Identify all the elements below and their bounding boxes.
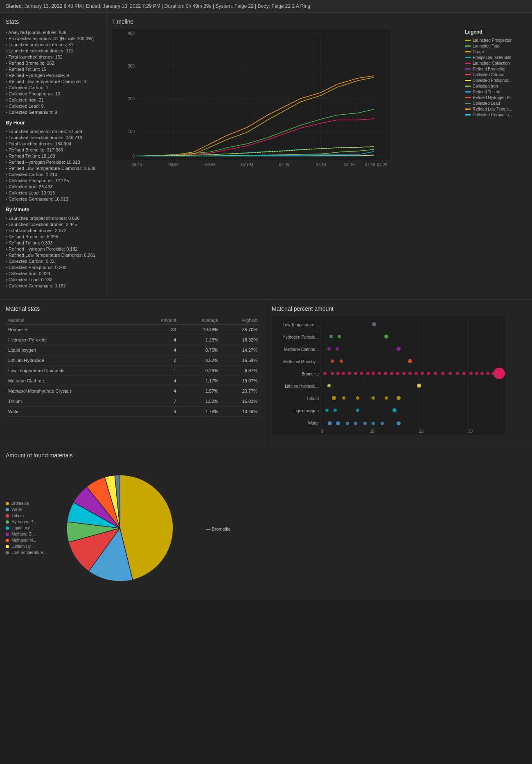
table-row: Low Temperature Diamonds 1 0.29% 8.87% bbox=[6, 366, 260, 376]
svg-text:Lithium Hydroxid...: Lithium Hydroxid... bbox=[285, 384, 319, 389]
svg-point-72 bbox=[402, 372, 406, 375]
svg-text:Water: Water bbox=[308, 421, 319, 425]
svg-point-69 bbox=[384, 372, 387, 375]
header-bar: Started: January 13, 2022 6:40 PM | Ende… bbox=[0, 0, 532, 13]
pie-section: Amount of found materials BromeliteWater… bbox=[0, 446, 532, 601]
legend-item: Refined Low Tempe... bbox=[465, 107, 526, 111]
cell-amount: 30 bbox=[139, 325, 178, 335]
svg-point-80 bbox=[456, 372, 459, 375]
svg-point-104 bbox=[363, 422, 367, 425]
stats-hour-item: Refined Tritium: 18.188 bbox=[6, 153, 100, 159]
svg-point-98 bbox=[356, 409, 359, 412]
svg-text:06:45: 06:45 bbox=[131, 163, 142, 167]
stats-hour-item: Launched prospector drones: 37.588 bbox=[6, 128, 100, 134]
cell-highest: 15.01% bbox=[221, 396, 260, 407]
legend-label: Collected Carbon bbox=[473, 72, 504, 77]
pie-label-text: Lithium Hy... bbox=[11, 544, 34, 549]
svg-point-56 bbox=[331, 359, 334, 363]
cell-amount: 1 bbox=[139, 366, 178, 376]
svg-point-92 bbox=[356, 396, 359, 400]
stats-hour-item: Refined Hydrogen Peroxide: 10.913 bbox=[6, 159, 100, 165]
stats-minute-item: Launched collection drones: 2.445 bbox=[6, 221, 100, 227]
cell-highest: 16.59% bbox=[221, 355, 260, 366]
stats-minute-item: Collected Phosphorus: 0.202 bbox=[6, 264, 100, 270]
svg-text:06:55: 06:55 bbox=[205, 163, 215, 167]
col-amount: Amount bbox=[139, 316, 178, 325]
material-percent-chart: Low Temperature ... Hydrogen Peroxid... … bbox=[272, 316, 526, 440]
svg-text:400: 400 bbox=[128, 31, 135, 36]
svg-text:Low Temperature ...: Low Temperature ... bbox=[283, 323, 319, 327]
svg-point-87 bbox=[494, 368, 505, 379]
legend-item: Prospected asteroids bbox=[465, 55, 526, 60]
timeline-chart: 400 300 200 100 0 06:45 06:50 06:55 07 P… bbox=[112, 29, 461, 170]
svg-point-66 bbox=[366, 372, 370, 375]
legend-color-swatch bbox=[465, 80, 471, 81]
cell-amount: 2 bbox=[139, 355, 178, 366]
svg-point-85 bbox=[486, 372, 489, 375]
stats-item: Refined Low Temperature Diamonds: 3 bbox=[6, 78, 100, 84]
material-table-body: Bromelite 30 19.48% 35.70% Hydrogen Pero… bbox=[6, 325, 260, 417]
svg-text:Methane Clathrat...: Methane Clathrat... bbox=[284, 347, 319, 352]
cell-highest: 35.70% bbox=[221, 325, 260, 335]
pie-label-item: Liquid oxy... bbox=[6, 526, 46, 530]
stats-minute-list: Launched prospector drones: 0.626Launche… bbox=[6, 215, 100, 289]
pie-label-item: Lithium Hy... bbox=[6, 544, 46, 549]
legend-item: Launched Prospector bbox=[465, 38, 526, 43]
legend-item: Collected Carbon bbox=[465, 72, 526, 77]
cell-highest: 16.32% bbox=[221, 335, 260, 345]
pie-label-item: Methanol M... bbox=[6, 538, 46, 542]
legend-color-swatch bbox=[465, 114, 471, 115]
cell-highest: 20.77% bbox=[221, 386, 260, 396]
pie-label-text: Methane Cl... bbox=[11, 532, 36, 536]
stats-hour-item: Collected Phosphorus: 12.125 bbox=[6, 177, 100, 183]
svg-text:07:20: 07:20 bbox=[365, 163, 375, 167]
svg-rect-0 bbox=[112, 29, 390, 160]
pie-label-dot bbox=[6, 551, 9, 554]
cell-material: Water bbox=[6, 407, 139, 417]
svg-point-67 bbox=[372, 372, 375, 375]
legend-label: Launched Total bbox=[473, 44, 500, 48]
stats-item: Refined Tritium: 15 bbox=[6, 66, 100, 72]
legend-label: Launched Collection bbox=[473, 61, 510, 66]
legend-item: Collected Germaniu... bbox=[465, 113, 526, 117]
timeline-svg: 400 300 200 100 0 06:45 06:50 06:55 07 P… bbox=[112, 29, 390, 168]
svg-text:Bromelite: Bromelite bbox=[302, 372, 319, 376]
svg-point-78 bbox=[441, 372, 444, 375]
table-row: Bromelite 30 19.48% 35.70% bbox=[6, 325, 260, 335]
table-header-row: Material Amount Average Highest bbox=[6, 316, 260, 325]
legend-item: Collected Iron bbox=[465, 84, 526, 88]
stats-minute-item: Refined Bromelite: 5.295 bbox=[6, 233, 100, 240]
pie-chart-container bbox=[54, 463, 198, 595]
pie-label-item: Low Temperature... bbox=[6, 550, 46, 555]
svg-text:100: 100 bbox=[128, 129, 135, 134]
svg-point-83 bbox=[475, 372, 478, 375]
cell-amount: 4 bbox=[139, 386, 178, 396]
pie-label-text: Methanol M... bbox=[11, 538, 36, 542]
stats-item: Collected Carbon: 1 bbox=[6, 84, 100, 90]
svg-text:Methanol Monohy...: Methanol Monohy... bbox=[283, 359, 319, 364]
cell-material: Hydrogen Peroxide bbox=[6, 335, 139, 345]
stats-item: Collected Iron: 21 bbox=[6, 97, 100, 103]
svg-point-54 bbox=[336, 347, 339, 350]
legend-color-swatch bbox=[465, 97, 471, 98]
stats-hour-item: Collected Iron: 25.463 bbox=[6, 183, 100, 190]
svg-point-55 bbox=[397, 347, 401, 351]
top-section: Stats Analyzed journal entries: 836Prosp… bbox=[0, 13, 532, 300]
legend-label: Collected Germaniu... bbox=[473, 113, 512, 117]
legend-color-swatch bbox=[465, 57, 471, 58]
svg-point-65 bbox=[360, 372, 363, 375]
pie-label-text: Liquid oxy... bbox=[11, 526, 33, 530]
svg-point-70 bbox=[390, 372, 393, 375]
svg-point-64 bbox=[354, 372, 357, 375]
stats-item: Prospected asteroids: 31 (Hit rate 100.0… bbox=[6, 35, 100, 41]
stats-hour-list: Launched prospector drones: 37.588Launch… bbox=[6, 128, 100, 202]
svg-point-74 bbox=[415, 372, 418, 375]
stats-minute-item: Launched prospector drones: 0.626 bbox=[6, 215, 100, 221]
svg-point-95 bbox=[397, 396, 401, 400]
legend-color-swatch bbox=[465, 68, 471, 70]
pie-chart-svg bbox=[54, 463, 198, 594]
cell-average: 1.52% bbox=[178, 396, 221, 407]
svg-point-88 bbox=[327, 384, 331, 387]
svg-point-51 bbox=[338, 335, 341, 338]
table-row: Tritium 7 1.52% 15.01% bbox=[6, 396, 260, 407]
